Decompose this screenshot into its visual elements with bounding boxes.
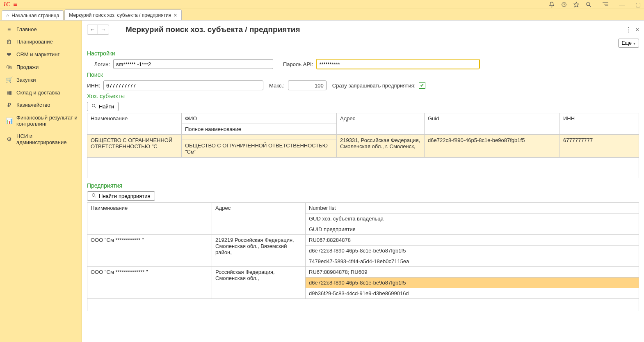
login-label: Логин:: [87, 61, 110, 67]
grid-icon: ▦: [6, 89, 12, 96]
back-button[interactable]: ←: [87, 25, 98, 34]
bag-icon: 🛍: [6, 64, 12, 71]
sidebar-item-label: Продажи: [16, 64, 39, 71]
col-addr[interactable]: Адрес: [337, 113, 425, 135]
col-ent-addr[interactable]: Адрес: [212, 203, 306, 235]
tab-active-label: Меркурий поиск хоз. субъекта / предприят…: [69, 12, 171, 18]
star-icon[interactable]: [573, 1, 580, 8]
nav-buttons: ← →: [87, 25, 109, 34]
cell-ent-name: ООО "См ************** ": [87, 267, 212, 299]
enterprises-table[interactable]: Наименование Адрес Number list GUD хоз. …: [87, 202, 639, 299]
table-row[interactable]: ООО "См ************** " Российская Феде…: [87, 267, 639, 278]
col-ent-guid[interactable]: GUID предприятия: [306, 224, 639, 235]
settings-lines-icon[interactable]: [603, 1, 608, 8]
sidebar-item-main[interactable]: ≡ Главное: [0, 23, 82, 36]
find-enterprises-button[interactable]: Ннайти предприятия: [87, 191, 155, 201]
section-settings: Настройки: [87, 50, 639, 57]
cell-ent-numlist: RU067:88284878: [306, 235, 639, 246]
section-subjects: Хоз. субъекты: [87, 93, 639, 99]
col-ent-name[interactable]: Наименование: [87, 203, 212, 235]
cell-ent-gud: d6e722c8-f890-46p5-8c1e-be9o87fgb1f5: [306, 246, 639, 256]
sidebar-item-nsi[interactable]: ⚙ НСИ и администрирование: [0, 130, 82, 149]
sidebar-item-planning[interactable]: 🗓 Планирование: [0, 36, 82, 48]
col-fio[interactable]: ФИО: [182, 113, 337, 124]
max-input[interactable]: [288, 80, 327, 90]
max-label: Макс.:: [269, 83, 285, 89]
cell-ent-guid: d9b36f29-5c83-44cd-91e9-d3be8699016d: [306, 288, 639, 299]
close-icon[interactable]: ×: [636, 26, 639, 33]
more-button[interactable]: Еще: [618, 39, 639, 48]
find-subjects-button[interactable]: Найти: [87, 102, 119, 111]
topbar: 1C ≡ — ▢: [0, 0, 644, 9]
cart-icon: 🛒: [6, 76, 12, 83]
sidebar-item-stock[interactable]: ▦ Склад и доставка: [0, 86, 82, 99]
svg-line-3: [589, 5, 591, 7]
svg-point-7: [92, 104, 95, 107]
section-enterprises: Предприятия: [87, 182, 639, 189]
chart-icon: 📊: [6, 117, 12, 124]
sidebar-item-label: Финансовый результат и контроллинг: [16, 115, 78, 127]
svg-point-2: [587, 2, 590, 5]
tab-active[interactable]: Меркурий поиск хоз. субъекта / предприят…: [64, 9, 181, 20]
cell-ent-addr: 219219 Российская Федерация, Смоленская …: [212, 235, 306, 267]
svg-point-9: [92, 194, 95, 197]
subjects-table[interactable]: Наименование ФИО Адрес Guid ИНН Полное н…: [87, 113, 639, 158]
col-name[interactable]: Наименование: [87, 113, 182, 135]
magnifier-icon: [91, 193, 96, 199]
cell-ent-name: ООО "См ************ ": [87, 235, 212, 267]
more-button-label: Еще: [622, 40, 632, 46]
col-inn[interactable]: ИНН: [560, 113, 639, 135]
immediate-checkbox[interactable]: ✔: [419, 82, 425, 89]
sidebar-item-label: Казначейство: [16, 102, 50, 108]
sidebar-item-label: Планирование: [16, 39, 53, 45]
hamburger-icon[interactable]: ≡: [13, 1, 17, 8]
col-ent-gud[interactable]: GUD хоз. субъекта владельца: [306, 213, 639, 224]
table-row[interactable]: ОБЩЕСТВО С ОГРАНИЧЕННОЙ ОТВЕТСТВЕННОСТЬЮ…: [87, 135, 639, 140]
tab-home[interactable]: ⌂ Начальная страница: [2, 10, 64, 20]
col-fio-sub[interactable]: Полное наименование: [182, 124, 337, 135]
sidebar-item-label: НСИ и администрирование: [16, 133, 78, 146]
svg-marker-1: [574, 2, 579, 7]
password-input[interactable]: [316, 59, 480, 69]
password-label: Пароль API:: [283, 61, 313, 67]
kebab-icon[interactable]: ⋮: [625, 26, 632, 34]
forward-button[interactable]: →: [98, 25, 109, 34]
sidebar: ≡ Главное 🗓 Планирование ❤ CRM и маркети…: [0, 21, 82, 342]
sidebar-item-finresult[interactable]: 📊 Финансовый результат и контроллинг: [0, 112, 82, 130]
find-subjects-label: Найти: [99, 103, 114, 110]
search-icon[interactable]: [585, 1, 592, 8]
sidebar-item-sales[interactable]: 🛍 Продажи: [0, 61, 82, 73]
gear-icon: ⚙: [6, 136, 12, 143]
history-icon[interactable]: [561, 1, 567, 8]
menu-lines-icon: ≡: [6, 26, 12, 33]
ruble-icon: ₽: [6, 102, 12, 109]
cell-ent-gud: d6e722c8-f890-46p5-8c1e-be9o87fgb1f5: [306, 278, 639, 288]
home-icon: ⌂: [6, 13, 9, 18]
cell-inn: 6777777777: [560, 135, 639, 158]
maximize-icon[interactable]: ▢: [635, 1, 641, 8]
immediate-label: Сразу запрашивать предприятия:: [332, 83, 416, 89]
inn-label: ИНН:: [87, 83, 100, 89]
tab-home-label: Начальная страница: [11, 13, 59, 18]
tab-close-icon[interactable]: ×: [174, 12, 177, 18]
col-ent-numlist[interactable]: Number list: [306, 203, 639, 213]
sidebar-item-treasury[interactable]: ₽ Казначейство: [0, 99, 82, 112]
sidebar-item-label: Закупки: [16, 77, 36, 83]
calendar-icon: 🗓: [6, 39, 12, 46]
minimize-icon[interactable]: —: [619, 1, 625, 8]
sidebar-item-label: Склад и доставка: [16, 90, 60, 96]
sidebar-item-label: Главное: [16, 26, 37, 33]
sidebar-item-label: CRM и маркетинг: [16, 51, 59, 58]
table-row[interactable]: ООО "См ************ " 219219 Российская…: [87, 235, 639, 246]
inn-input[interactable]: [103, 80, 263, 90]
section-search: Поиск: [87, 71, 639, 78]
col-guid[interactable]: Guid: [425, 113, 560, 135]
login-input[interactable]: [113, 59, 273, 69]
page-title: Меркурий поиск хоз. субъекта / предприят…: [126, 25, 300, 34]
bell-icon[interactable]: [548, 1, 555, 8]
svg-line-8: [95, 107, 96, 108]
sidebar-item-crm[interactable]: ❤ CRM и маркетинг: [0, 48, 82, 61]
sidebar-item-purchases[interactable]: 🛒 Закупки: [0, 73, 82, 86]
find-enterprises-label: Ннайти предприятия: [99, 193, 151, 199]
cell-ent-numlist: RU67:88984878; RU609: [306, 267, 639, 278]
